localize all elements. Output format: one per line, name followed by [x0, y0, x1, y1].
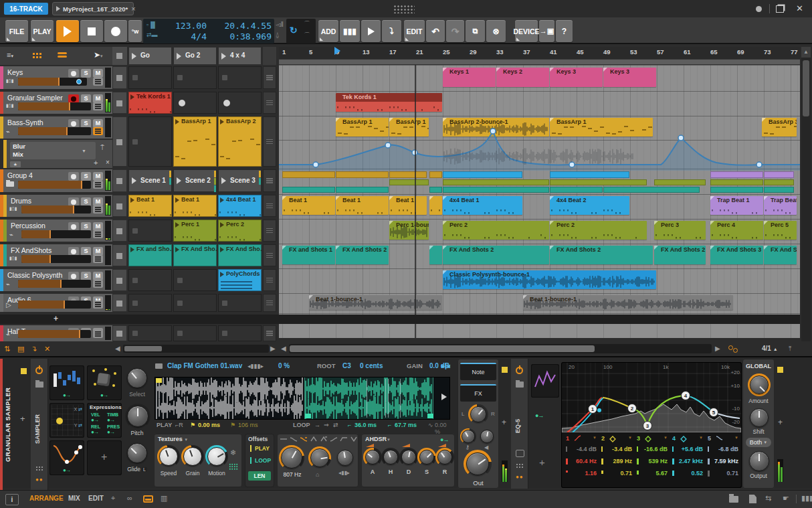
track-launcher-menu-cell[interactable]: [263, 244, 276, 266]
env-shape-icon[interactable]: [350, 436, 358, 442]
sample-file-name[interactable]: Clap FM Gothen 01.wav: [167, 362, 242, 369]
textures-title[interactable]: Textures ▼: [158, 436, 188, 442]
launcher-scrollbar[interactable]: [123, 345, 269, 353]
empty-clip-slot[interactable]: [128, 66, 172, 89]
clip-stop-cell[interactable]: [112, 294, 127, 312]
scene-name[interactable]: Go 2: [185, 52, 200, 59]
track-name[interactable]: Group 4: [7, 171, 33, 179]
eq-band-q[interactable]: 0.71: [620, 470, 632, 477]
loop-xfade-value[interactable]: 0.00 %: [435, 422, 449, 435]
ahdsr-d-knob[interactable]: [401, 450, 416, 464]
track-menu-button[interactable]: [93, 301, 103, 309]
loop-on-icon[interactable]: ⇒: [324, 422, 329, 428]
track-launcher-menu-cell[interactable]: [263, 294, 276, 312]
duplicate-icon[interactable]: ⧉: [466, 20, 485, 42]
clip-stop-cell[interactable]: [112, 195, 127, 217]
play-menu-button[interactable]: PLAY: [31, 20, 54, 42]
clip-stop-cell[interactable]: [112, 116, 127, 167]
dual-display-icon[interactable]: ⌖: [111, 494, 115, 503]
eq-band-handle[interactable]: 3: [643, 422, 652, 430]
arranger-clip[interactable]: FX And Shots: [764, 246, 797, 264]
launcher-clip[interactable]: PolyChords: [218, 269, 262, 291]
eq5-expand-icon[interactable]: [516, 450, 524, 457]
empty-clip-slot[interactable]: [218, 66, 262, 89]
track-solo-button[interactable]: S: [81, 69, 91, 78]
empty-clip-slot[interactable]: [128, 269, 172, 291]
eq-band-freq[interactable]: 60.4 Hz: [576, 458, 597, 464]
eq-band-handle[interactable]: 5: [710, 408, 718, 417]
arranger-clip[interactable]: FX and Shots 1: [282, 246, 335, 264]
device-button[interactable]: DEVICE: [515, 20, 538, 42]
punch-out-icon[interactable]: ⌒: [304, 31, 310, 40]
sampler-power-icon[interactable]: [35, 367, 43, 374]
arranger-clip[interactable]: [429, 246, 442, 264]
group-scene-slot[interactable]: Scene 1: [128, 169, 172, 192]
sampler-mod-dots-icon[interactable]: ●●: [35, 477, 43, 483]
track-volume-fader[interactable]: [18, 102, 91, 110]
eq-band-gain[interactable]: +5.6 dB: [682, 446, 703, 452]
track-row[interactable]: Granular SamplerSM▮▯▮: [0, 92, 112, 114]
device-track-mute-square[interactable]: [21, 368, 27, 374]
track-name[interactable]: Granular Sampler: [7, 94, 63, 102]
scene-header[interactable]: Go: [128, 47, 172, 65]
eq-band-number[interactable]: 3: [637, 435, 640, 442]
eq-band-gain[interactable]: -4.4 dB: [577, 446, 597, 452]
scene-slot-label[interactable]: Scene 3: [230, 177, 256, 184]
arranger-clip[interactable]: Keys 3: [603, 68, 656, 87]
eq-band-gain[interactable]: -16.6 dB: [644, 446, 668, 452]
touch-panel-icon[interactable]: ☛: [783, 494, 789, 503]
playhead-start-marker[interactable]: [334, 47, 340, 55]
speed-knob[interactable]: [159, 447, 178, 466]
eq-band-freq[interactable]: 539 Hz: [648, 458, 668, 464]
scene-play-icon[interactable]: [132, 53, 136, 60]
track-arm-button[interactable]: [68, 172, 79, 181]
track-launcher-menu-cell[interactable]: [263, 269, 276, 291]
arranger-clip[interactable]: Perc 5: [764, 221, 797, 240]
browser-panel-icon[interactable]: [729, 496, 738, 503]
scene-slot-label[interactable]: Scene 2: [185, 177, 211, 184]
scroll-to-top-icon[interactable]: ⤒: [789, 345, 791, 353]
eq-band-gain[interactable]: -6.8 dB: [718, 446, 738, 452]
fx-slot[interactable]: FX: [460, 384, 496, 402]
track-menu-button[interactable]: [93, 181, 103, 189]
eq-band-number[interactable]: 5: [708, 435, 711, 442]
scene-menu-column-header[interactable]: [263, 47, 276, 65]
env-shape-icon[interactable]: [310, 436, 318, 442]
tempo-display[interactable]: 123.00: [170, 21, 207, 31]
offset-len-item[interactable]: LEN: [248, 471, 271, 481]
arranger-clip[interactable]: BassArp 3: [762, 118, 797, 137]
sampler-device-name[interactable]: SAMPLER: [34, 399, 45, 459]
project-selector-tab[interactable]: 16-TRACK: [4, 3, 48, 15]
filter-freq-value[interactable]: 807 Hz: [277, 471, 308, 478]
arranger-clip[interactable]: Beat 1: [389, 196, 427, 215]
ruler-zoom-strip[interactable]: [279, 59, 800, 65]
track-view-menu-icon[interactable]: ≡▾: [7, 51, 13, 59]
arr-scroll-left-icon[interactable]: ◀: [281, 345, 286, 352]
arranger-clip[interactable]: FX And Shots 2: [336, 246, 389, 264]
track-row[interactable]: Classic PolysynthSM⌁: [0, 269, 112, 291]
eq5-mod-dots-icon[interactable]: ●●: [516, 474, 524, 480]
sample-start-value[interactable]: 0.00 ms: [198, 422, 220, 428]
eq-band-type-icon[interactable]: [680, 435, 688, 442]
timeline-ruler[interactable]: 1591317212529333741454953576165697377: [279, 47, 800, 59]
sampler-preset-folder-icon[interactable]: [35, 382, 43, 388]
track-volume-fader[interactable]: [18, 181, 91, 189]
quantize-icon[interactable]: ▫▐▌: [146, 21, 157, 28]
chevron-down-icon[interactable]: ▼: [82, 147, 86, 155]
track-menu-button[interactable]: [93, 330, 103, 338]
launcher-clip[interactable]: Perc 2: [218, 220, 262, 242]
track-arm-button[interactable]: [68, 69, 79, 78]
arranger-clip[interactable]: FX And Shots 2: [443, 246, 549, 264]
filter-velocity-knob[interactable]: [337, 450, 353, 466]
pointer-tool-icon[interactable]: ➤▾: [94, 50, 103, 60]
project-play-icon[interactable]: [56, 6, 60, 11]
arranger-clip[interactable]: Perc 2: [550, 221, 647, 240]
pan-knob[interactable]: [470, 406, 486, 422]
return-to-arrangement-icon[interactable]: ↴: [31, 345, 37, 353]
punch-in-icon[interactable]: ⌒: [304, 19, 310, 29]
arranger-clip[interactable]: Keys 2: [496, 68, 549, 87]
arranger-clip[interactable]: Beat 1-bounce-1: [523, 295, 733, 310]
eq-band-handle[interactable]: 2: [628, 404, 637, 413]
eq-band-q[interactable]: 0.52: [691, 470, 703, 477]
eq-band-handle[interactable]: 1: [589, 405, 597, 414]
